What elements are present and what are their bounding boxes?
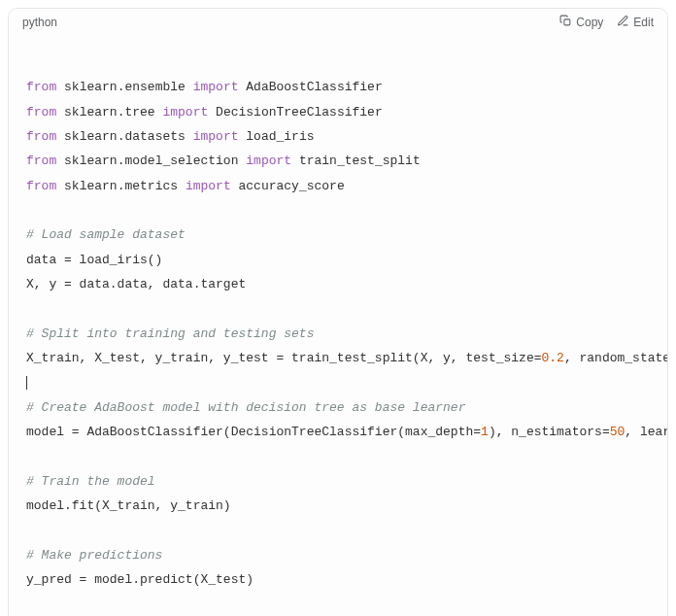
code-block: python Copy Edit xyxy=(8,8,668,616)
language-label: python xyxy=(22,16,57,29)
edit-icon xyxy=(617,15,629,30)
copy-icon xyxy=(559,15,572,30)
svg-rect-0 xyxy=(564,19,570,25)
header-actions: Copy Edit xyxy=(559,15,654,30)
code-body[interactable]: from sklearn.ensemble import AdaBoostCla… xyxy=(9,37,667,616)
edit-button[interactable]: Edit xyxy=(617,15,654,30)
copy-button[interactable]: Copy xyxy=(559,15,603,30)
code-content[interactable]: from sklearn.ensemble import AdaBoostCla… xyxy=(26,51,650,616)
edit-label: Edit xyxy=(633,16,654,29)
copy-label: Copy xyxy=(576,16,603,29)
code-header: python Copy Edit xyxy=(9,9,667,37)
